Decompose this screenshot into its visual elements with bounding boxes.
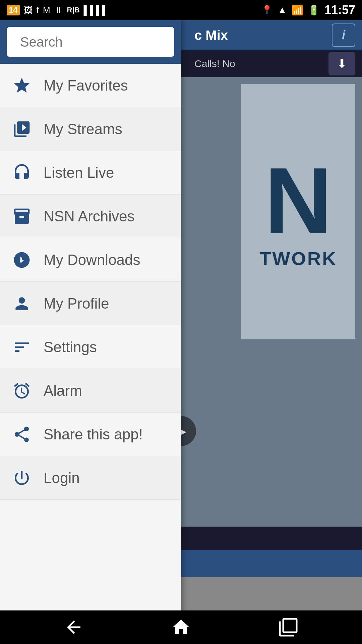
sidebar-item-settings[interactable]: Settings [0, 325, 181, 369]
download-button[interactable]: ⬇ [328, 52, 355, 75]
login-label: Login [44, 470, 80, 486]
menu-list: My Favorites My Streams Listen Liv [0, 64, 181, 644]
back-button[interactable] [64, 617, 84, 637]
recents-button[interactable] [278, 617, 298, 637]
rb-icon: R|B [67, 6, 80, 14]
downloads-label: My Downloads [44, 252, 140, 268]
download-icon [10, 251, 34, 269]
mail-icon: M [43, 5, 50, 15]
nav-bar [0, 610, 362, 644]
sidebar-item-profile[interactable]: My Profile [0, 282, 181, 325]
share-label: Share this app! [44, 426, 143, 443]
home-button[interactable] [171, 617, 191, 637]
alarm-label: Alarm [44, 382, 82, 399]
streams-label: My Streams [44, 121, 122, 138]
archive-icon [10, 207, 34, 226]
sidebar-item-streams[interactable]: My Streams [0, 107, 181, 151]
profile-label: My Profile [44, 295, 109, 312]
barcode-icon: ▌▌▌▌ [84, 5, 109, 15]
search-bar[interactable] [7, 27, 174, 57]
search-input[interactable] [20, 35, 190, 50]
status-bar: 14 🖼 f M ⏸ R|B ▌▌▌▌ 📍 ▲ 📶 🔋 11:57 [0, 0, 362, 20]
sidebar-item-downloads[interactable]: My Downloads [0, 238, 181, 282]
status-bar-left-icons: 14 🖼 f M ⏸ R|B ▌▌▌▌ [7, 5, 108, 15]
sidebar-item-nsn-archives[interactable]: NSN Archives [0, 195, 181, 238]
settings-icon [10, 338, 34, 357]
sub-header-text: Calls! No [194, 58, 235, 69]
nsn-network-label: TWORK [259, 248, 337, 269]
share-icon [10, 425, 34, 444]
pause-icon: ⏸ [54, 5, 63, 15]
main-layout: c Mix i Calls! No ⬇ N TWORK [0, 20, 362, 644]
sidebar-item-login[interactable]: Login [0, 456, 181, 500]
wifi-icon: ▲ [278, 5, 287, 15]
nsn-archives-label: NSN Archives [44, 208, 134, 225]
signal-icon: 📶 [292, 5, 303, 16]
image-icon: 🖼 [24, 5, 33, 15]
person-icon [10, 294, 34, 313]
sidebar-item-listen-live[interactable]: Listen Live [0, 151, 181, 195]
battery-icon: 🔋 [308, 5, 320, 16]
nsn-letter-n: N [264, 154, 332, 248]
listen-live-label: Listen Live [44, 164, 114, 181]
clock: 11:57 [324, 3, 355, 17]
star-icon [10, 76, 34, 95]
sidebar-item-favorites[interactable]: My Favorites [0, 64, 181, 107]
headphones-icon [10, 163, 34, 182]
info-button[interactable]: i [332, 23, 355, 47]
alarm-icon [10, 381, 34, 400]
settings-label: Settings [44, 339, 97, 356]
nsn-logo-area: N TWORK [241, 84, 355, 339]
sidebar-item-alarm[interactable]: Alarm [0, 369, 181, 413]
search-container [0, 20, 181, 64]
status-bar-right-icons: 📍 ▲ 📶 🔋 11:57 [261, 3, 355, 17]
location-icon: 📍 [261, 5, 273, 16]
streams-icon [10, 120, 34, 139]
notification-14-icon: 14 [7, 5, 20, 15]
power-icon [10, 469, 34, 487]
sidebar-item-share[interactable]: Share this app! [0, 413, 181, 456]
facebook-icon: f [37, 5, 39, 15]
app-title: c Mix [194, 28, 228, 43]
favorites-label: My Favorites [44, 77, 128, 94]
navigation-drawer: My Favorites My Streams Listen Liv [0, 20, 181, 644]
